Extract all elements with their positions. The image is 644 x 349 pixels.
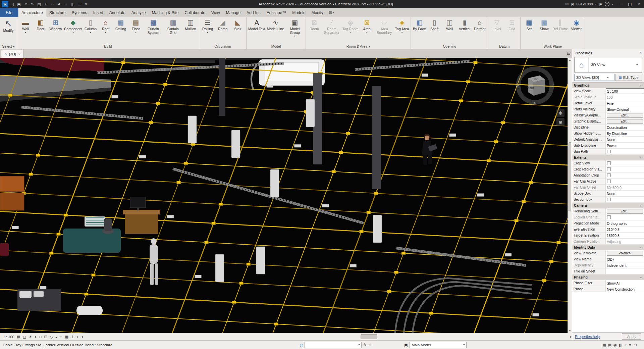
property-value[interactable]: Edit... xyxy=(606,112,644,118)
property-value[interactable]: Independent xyxy=(606,262,644,268)
edit-requests-icon[interactable]: ✎ xyxy=(363,343,367,347)
collapse-icon[interactable]: ‹ xyxy=(77,335,78,339)
select-by-face-icon[interactable]: ◧ xyxy=(619,343,622,347)
property-group-graphics[interactable]: Graphics« xyxy=(572,83,644,88)
undo-button[interactable]: ↶ xyxy=(23,1,29,7)
ribbon-button-viewer[interactable]: ◉Viewer xyxy=(569,17,584,31)
viewcube-west-label[interactable]: W xyxy=(516,84,519,88)
ribbon-button-shaft[interactable]: ▯Shaft xyxy=(427,17,442,31)
select-links-icon[interactable]: ▦ xyxy=(602,343,606,347)
ribbon-button-area[interactable]: ⊠Area▾ xyxy=(360,17,374,34)
ribbon-tab-manage[interactable]: Manage xyxy=(223,8,244,17)
ribbon-button-wall[interactable]: ◫Wall xyxy=(442,17,457,31)
reveal-hidden-elements-icon[interactable]: ◌ xyxy=(60,335,62,339)
property-value[interactable]: 18920.8 xyxy=(606,233,644,238)
ribbon-button-component[interactable]: ◆Component▾ xyxy=(63,17,83,34)
close-view-tab-icon[interactable]: × xyxy=(18,52,20,56)
scroll-up-icon[interactable]: ▲ xyxy=(569,58,571,62)
ribbon-button-dormer[interactable]: ⌂Dormer xyxy=(472,17,487,31)
property-value[interactable]: 21040.8 xyxy=(606,227,644,232)
measure-button[interactable]: ∠ xyxy=(43,1,49,7)
ribbon-button-show[interactable]: ▦Show xyxy=(537,17,551,31)
property-value[interactable]: 304800.0 xyxy=(606,185,644,190)
ribbon-panel-label[interactable]: Datum xyxy=(489,43,519,49)
app-store-icon[interactable]: ▣ xyxy=(599,2,602,6)
property-value[interactable]: <None> xyxy=(606,250,644,256)
property-value[interactable]: 1 : 100 xyxy=(606,88,644,94)
full-navigation-wheel-button[interactable]: ☸ xyxy=(556,109,565,117)
ribbon-button-curtain-grid[interactable]: ▥Curtain Grid xyxy=(163,17,183,35)
visual-style-icon[interactable]: ◻ xyxy=(23,335,26,339)
ribbon-button-railing[interactable]: ☰Railing▾ xyxy=(200,17,215,34)
property-value[interactable] xyxy=(606,149,644,154)
property-value[interactable] xyxy=(606,172,644,178)
apply-button[interactable]: Apply xyxy=(622,333,641,340)
ribbon-panel-label[interactable]: Room & Area ▾ xyxy=(307,43,410,49)
ribbon-button-tag-area[interactable]: ◈Tag Area▾ xyxy=(394,17,410,34)
property-value[interactable]: Show Original xyxy=(606,106,644,112)
checkbox[interactable] xyxy=(607,173,611,177)
ribbon-button-column[interactable]: ▯Column▾ xyxy=(83,17,98,34)
ribbon-button-window[interactable]: ⊞Window xyxy=(48,17,63,31)
zoom-button[interactable]: ⊕ xyxy=(556,118,565,126)
property-group-extents[interactable]: Extents« xyxy=(572,155,644,160)
ribbon-button-ceiling[interactable]: ▦Ceiling xyxy=(113,17,128,31)
type-selector[interactable]: ⌂ 3D View ▾ xyxy=(574,57,642,72)
filter-icon[interactable]: ▼ xyxy=(628,343,632,347)
3d-viewport[interactable] xyxy=(0,58,568,333)
checkbox[interactable] xyxy=(607,150,611,153)
close-properties-icon[interactable]: × xyxy=(639,51,642,55)
horizontal-scroll-thumb[interactable] xyxy=(361,334,377,339)
collapse-group-icon[interactable]: « xyxy=(640,276,643,278)
select-underlay-icon[interactable]: ▤ xyxy=(608,343,611,347)
ribbon-button-by-face[interactable]: ◧By Face xyxy=(412,17,427,31)
property-value[interactable]: {3D} xyxy=(606,256,644,262)
restore-button[interactable]: ▢ xyxy=(625,0,635,8)
ribbon-button-model-line[interactable]: ∿Model Line xyxy=(266,17,285,31)
select-pinned-icon[interactable]: ◉ xyxy=(613,343,617,347)
crop-view-icon[interactable]: □ xyxy=(39,335,42,339)
show-crop-region-icon[interactable]: ⊡ xyxy=(44,335,47,339)
ribbon-tab-view[interactable]: View xyxy=(208,8,223,17)
scroll-down-icon[interactable]: ▼ xyxy=(569,329,571,333)
ribbon-panel-label[interactable]: Model xyxy=(248,43,305,49)
default-3d-view-button[interactable]: ⌂ xyxy=(63,1,69,7)
chevron-down-icon[interactable]: ▾ xyxy=(636,63,642,66)
design-option-select[interactable]: Main Model ▾ xyxy=(410,342,467,348)
collapse-group-icon[interactable]: « xyxy=(640,156,643,158)
communication-center-icon[interactable]: ✉ xyxy=(566,2,569,6)
ribbon-button-wall[interactable]: ▬Wall▾ xyxy=(18,17,33,34)
ribbon-tab-collaborate[interactable]: Collaborate xyxy=(182,8,208,17)
value-button[interactable]: <None> xyxy=(607,251,643,256)
shadows-icon[interactable]: ◐ xyxy=(35,335,37,339)
properties-help-link[interactable]: Properties help xyxy=(575,335,600,339)
property-value[interactable] xyxy=(606,166,644,172)
chevron-down-icon[interactable]: ▾ xyxy=(612,3,613,6)
ribbon-tab-insert[interactable]: Insert xyxy=(90,8,106,17)
vertical-scrollbar[interactable]: ▲ ▼ xyxy=(568,58,572,333)
ribbon-tab-systems[interactable]: Systems xyxy=(69,8,90,17)
ribbon-button-area-boundary[interactable]: ▱Area Boundary xyxy=(375,17,394,35)
ribbon-button-model-group[interactable]: ▣Model Group▾ xyxy=(285,17,305,37)
checkbox[interactable] xyxy=(607,215,611,219)
checkbox[interactable] xyxy=(607,161,611,165)
minimize-button[interactable]: – xyxy=(616,0,625,8)
ribbon-panel-label[interactable]: Opening xyxy=(412,43,487,49)
property-value[interactable]: Show All xyxy=(606,280,644,286)
ribbon-button-vertical[interactable]: ▮Vertical xyxy=(457,17,472,31)
property-value[interactable]: New Construction xyxy=(606,286,644,292)
viewcube-front-face-label[interactable]: FRONT xyxy=(527,87,534,89)
help-icon[interactable]: ? xyxy=(605,2,609,6)
ribbon-tab-massing-site[interactable]: Massing & Site xyxy=(149,8,182,17)
edit-type-button[interactable]: ▦ Edit Type xyxy=(615,74,642,81)
edit-button[interactable]: Edit... xyxy=(607,113,643,118)
viewcube-south-label[interactable]: S xyxy=(533,102,536,106)
ribbon-button-floor[interactable]: ▤Floor▾ xyxy=(128,17,143,34)
ribbon-button-modify[interactable]: ↖Modify xyxy=(1,17,16,33)
sun-path-icon[interactable]: ☀ xyxy=(29,335,32,339)
viewcube-east-label[interactable]: E xyxy=(552,84,555,88)
temporary-hide-isolate-icon[interactable]: ◒ xyxy=(55,335,58,339)
checkbox[interactable] xyxy=(607,198,611,201)
ribbon-tab-add-ins[interactable]: Add-Ins xyxy=(244,8,263,17)
property-value[interactable] xyxy=(606,197,644,202)
